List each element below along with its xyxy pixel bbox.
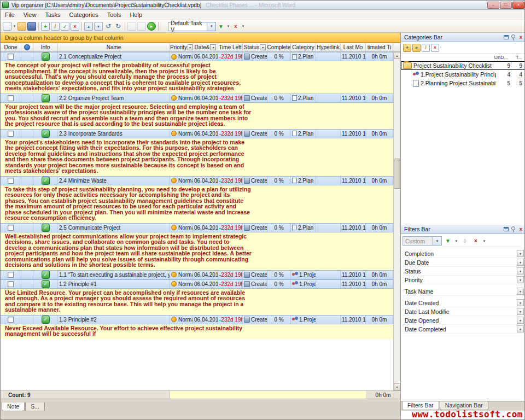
- done-checkbox[interactable]: [8, 281, 14, 287]
- menu-item[interactable]: Tasks: [40, 10, 65, 19]
- filter-row[interactable]: Completion: [401, 249, 525, 258]
- minimize-button[interactable]: –: [487, 2, 499, 9]
- task-note-row[interactable]: Your project's stakeholders need to inco…: [1, 138, 393, 176]
- chevron-down-icon[interactable]: [517, 288, 524, 295]
- delete-task-icon[interactable]: ×: [71, 22, 79, 31]
- chevron-down-icon[interactable]: [517, 299, 524, 306]
- save-icon[interactable]: [27, 22, 36, 31]
- menu-item[interactable]: View: [19, 10, 41, 19]
- done-checkbox[interactable]: [8, 131, 14, 137]
- chevron-down-icon[interactable]: [517, 325, 524, 332]
- chevron-down-icon[interactable]: [517, 259, 524, 266]
- column-total[interactable]: T...: [508, 55, 525, 60]
- column-undone[interactable]: UnD...: [489, 55, 508, 60]
- filter-row[interactable]: Date Created: [401, 299, 525, 307]
- task-row[interactable]: ✓ 1.1 "To start executing a sustainable …: [1, 270, 393, 279]
- scroll-down-icon[interactable]: [394, 383, 400, 390]
- redo-icon[interactable]: ↻: [114, 22, 122, 31]
- new-category-icon[interactable]: +: [403, 44, 411, 52]
- tab-note[interactable]: Note: [2, 402, 25, 411]
- category-tree-item[interactable]: 1.Project Sustainability Princip 4 4: [401, 70, 525, 79]
- task-note-row[interactable]: Use Limited Resource. Your project can b…: [1, 289, 393, 315]
- task-row[interactable]: ✓ 2.3 Incorporate Standards Normal 06.04…: [1, 129, 393, 138]
- task-note-row[interactable]: Your project team will be the major proj…: [1, 103, 393, 129]
- vertical-scrollbar[interactable]: [393, 52, 400, 390]
- column-header-priority-flag[interactable]: [21, 43, 33, 51]
- filter-dropdown-icon[interactable]: [210, 44, 216, 50]
- edit-task-icon[interactable]: /: [51, 22, 60, 31]
- column-header-estimated-time[interactable]: timated Ti: [366, 43, 393, 51]
- chevron-down-icon[interactable]: [517, 317, 524, 324]
- column-header-time-left[interactable]: Time Left: [218, 43, 243, 51]
- cut-icon[interactable]: [127, 22, 136, 31]
- task-note-row[interactable]: To take this step of project sustainabil…: [1, 185, 393, 223]
- chevron-down-icon[interactable]: ▼: [226, 22, 231, 31]
- done-checkbox[interactable]: [8, 54, 14, 60]
- task-row[interactable]: ✓ 1.2 Principle #1 Normal 06.04.2010 -23…: [1, 279, 393, 289]
- new-subcategory-icon[interactable]: »: [412, 44, 421, 52]
- chevron-down-icon[interactable]: ▼: [454, 237, 459, 246]
- undo-icon[interactable]: ↺: [104, 22, 113, 31]
- move-up-icon[interactable]: ▲: [84, 22, 93, 31]
- menu-item[interactable]: Tools: [103, 10, 126, 19]
- filter-dropdown-icon[interactable]: [260, 44, 266, 50]
- open-file-icon[interactable]: [18, 22, 26, 31]
- task-note-row[interactable]: The concept of your project will reflect…: [1, 61, 393, 94]
- category-tree-item[interactable]: 2.Planning Project Sustainabil 5 5: [401, 79, 525, 88]
- filter-row[interactable]: Date Opened: [401, 316, 525, 325]
- task-row[interactable]: ✓ 2.5 Communicate Project Normal 06.04.2…: [1, 223, 393, 232]
- column-header-status[interactable]: Status: [243, 43, 267, 51]
- remove-filter-icon[interactable]: ×: [471, 237, 480, 246]
- menu-item[interactable]: File: [1, 10, 19, 19]
- add-task-icon[interactable]: +: [41, 22, 50, 31]
- chevron-down-icon[interactable]: ▼: [433, 237, 441, 245]
- scroll-up-icon[interactable]: [394, 52, 400, 59]
- category-tree-item[interactable]: Project Sustainability Checklist 9 9: [401, 61, 525, 70]
- task-row[interactable]: ✓ 2.2 Organize Project Team Normal 06.04…: [1, 94, 393, 103]
- chevron-down-icon[interactable]: ▼: [12, 22, 17, 31]
- column-header-complete[interactable]: Complete: [267, 43, 291, 51]
- delete-category-icon[interactable]: ×: [431, 44, 439, 52]
- task-row[interactable]: ✓ 2.4 Minimize Waste Normal 06.04.2010 -…: [1, 176, 393, 185]
- task-note-row[interactable]: Never Exceed Available Resource. Your ef…: [1, 324, 393, 339]
- menu-item[interactable]: Categories: [65, 10, 103, 19]
- chevron-down-icon[interactable]: ▼: [482, 237, 487, 246]
- clear-filter-icon[interactable]: ◊: [460, 237, 469, 246]
- close-button[interactable]: ×: [512, 2, 524, 9]
- task-note-row[interactable]: Well-established project communications …: [1, 232, 393, 270]
- scrollbar-thumb[interactable]: [394, 159, 400, 189]
- clear-filter-icon[interactable]: ×: [231, 22, 240, 31]
- filter-row[interactable]: Priority: [401, 276, 525, 284]
- edit-category-icon[interactable]: /: [422, 44, 430, 52]
- pin-panel-icon[interactable]: [510, 226, 516, 232]
- done-checkbox[interactable]: [8, 95, 14, 101]
- chevron-down-icon[interactable]: [517, 267, 524, 275]
- menu-item[interactable]: Help: [125, 10, 147, 19]
- done-checkbox[interactable]: [8, 225, 14, 231]
- filter-row[interactable]: Status: [401, 267, 525, 276]
- filter-dropdown-icon[interactable]: [188, 44, 192, 50]
- chevron-down-icon[interactable]: ▼: [241, 22, 246, 31]
- column-header-last-modified[interactable]: Last Mo: [341, 43, 366, 51]
- chevron-down-icon[interactable]: [517, 308, 524, 315]
- edit-filter-icon[interactable]: ▼: [444, 237, 452, 246]
- column-header-done[interactable]: Done: [1, 43, 21, 51]
- column-header-priority[interactable]: Priority: [170, 43, 193, 51]
- maximize-button[interactable]: □: [500, 2, 512, 9]
- filter-row[interactable]: Due Date: [401, 258, 525, 267]
- float-panel-icon[interactable]: [504, 227, 509, 231]
- column-header-name[interactable]: Name: [58, 43, 170, 51]
- filter-icon[interactable]: ▼: [217, 22, 225, 31]
- complete-task-icon[interactable]: ✓: [61, 22, 69, 31]
- new-task-icon[interactable]: [3, 22, 11, 31]
- filter-row[interactable]: Date Completed: [401, 325, 525, 334]
- pin-panel-icon[interactable]: [510, 34, 516, 40]
- chevron-down-icon[interactable]: [517, 250, 524, 257]
- column-header-date[interactable]: Date&: [193, 43, 218, 51]
- close-panel-icon[interactable]: ×: [518, 34, 524, 40]
- sync-go-icon[interactable]: ►: [147, 22, 156, 31]
- task-view-select[interactable]: Default Task V ▼: [168, 22, 216, 31]
- float-panel-icon[interactable]: [504, 35, 509, 39]
- filter-row[interactable]: Task Name: [401, 287, 525, 296]
- column-header-category[interactable]: Category: [291, 43, 316, 51]
